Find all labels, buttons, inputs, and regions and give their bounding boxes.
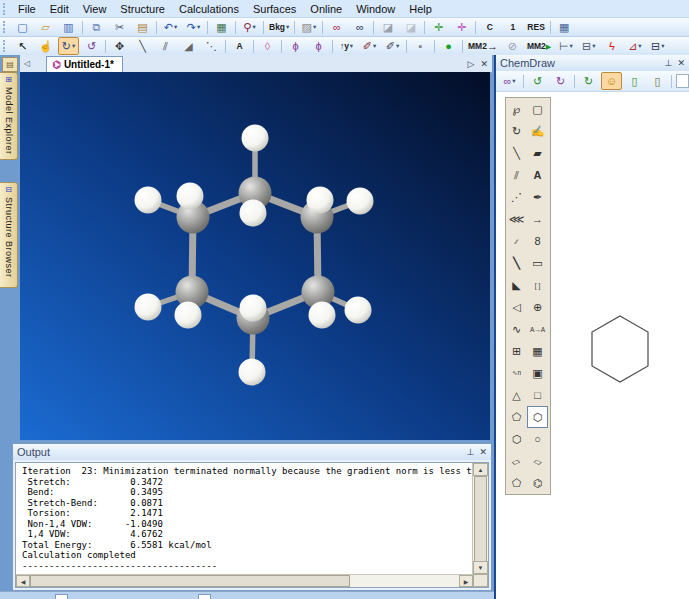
stop-square-icon[interactable]: ▪ — [410, 37, 431, 55]
chemdraw-canvas-hexagon[interactable] — [584, 310, 656, 390]
bond-dashed-tool[interactable]: ⋰ — [506, 186, 527, 208]
view-glasses-icon[interactable]: ∞▾ — [499, 72, 520, 90]
output-hscrollbar[interactable]: ◀ ▶ — [16, 574, 473, 587]
bond-hash-tool[interactable]: ∕∕ — [506, 230, 527, 252]
menu-surfaces[interactable]: Surfaces — [246, 2, 303, 16]
bond-double-tool-icon[interactable]: ⫽ — [155, 37, 176, 55]
hydrogen-atom[interactable] — [175, 302, 202, 329]
dipole-tool-icon-dropdown[interactable]: ▾ — [373, 42, 376, 50]
orbit-tool-icon[interactable]: ↻▾ — [58, 37, 79, 55]
menu-online[interactable]: Online — [303, 2, 349, 16]
sidebar-tab-structure-browser[interactable]: ⊟ Structure Browser — [0, 182, 18, 288]
eraser-tool[interactable]: ▰ — [527, 142, 548, 164]
tab-close-icon[interactable]: ✕ — [480, 59, 488, 69]
menu-file[interactable]: File — [11, 2, 43, 16]
bond-solid-tool[interactable]: ╲ — [506, 142, 527, 164]
rotate-minus-icon[interactable]: ↻ — [550, 72, 571, 90]
res-button[interactable]: RES — [525, 18, 546, 36]
bond-wavy-tool[interactable]: ∿ — [506, 318, 527, 340]
clean-structure-tool[interactable]: ✍ — [527, 120, 548, 142]
measurement-b-button-dropdown[interactable]: ▾ — [592, 42, 595, 50]
color-key-icon[interactable]: ⚲▾ — [239, 18, 260, 36]
menu-view[interactable]: View — [76, 2, 114, 16]
measurement-d-button[interactable]: ⊟▾ — [647, 37, 668, 55]
text-tool[interactable]: A — [527, 164, 548, 186]
chair-1-tool[interactable]: ◇ — [506, 450, 527, 472]
measurement-c-button-dropdown[interactable]: ▾ — [638, 42, 641, 50]
stereo-glasses-icon[interactable]: ∞ — [326, 18, 347, 36]
bond-hollow-wedge-tool[interactable]: ◁ — [506, 296, 527, 318]
output-close-icon[interactable]: ✕ — [479, 447, 487, 457]
hscroll-thumb[interactable] — [30, 575, 350, 587]
output-pin-icon[interactable]: ⊥ — [467, 447, 475, 457]
view-glasses-icon-dropdown[interactable]: ▾ — [512, 77, 515, 85]
hydrogen-atom[interactable] — [135, 294, 162, 321]
sync-rotate-icon[interactable]: ↻ — [578, 72, 599, 90]
save-icon[interactable]: ▥ — [58, 18, 79, 36]
cyclopentadiene-tool[interactable]: ⬠ — [506, 472, 527, 494]
chemdraw-formula-field[interactable] — [676, 74, 689, 88]
redo-icon[interactable]: ↷▾ — [183, 18, 204, 36]
hydrogen-atom[interactable] — [135, 187, 162, 214]
new-document-icon[interactable]: ▢ — [12, 18, 33, 36]
tab-untitled-1[interactable]: ⌬ Untitled-1* — [46, 56, 123, 72]
scroll-right-icon[interactable]: ▶ — [459, 575, 473, 587]
hydrogen-atom[interactable] — [177, 183, 204, 210]
benzene-tool[interactable]: ⌬ — [527, 472, 548, 494]
menu-edit[interactable]: Edit — [43, 2, 76, 16]
axis-tool-button[interactable]: ↑y▾ — [336, 37, 357, 55]
hydrogen-atom[interactable] — [239, 359, 266, 386]
measure-tool-icon-dropdown[interactable]: ▾ — [396, 42, 399, 50]
cyclooctane-tool[interactable]: ○ — [527, 428, 548, 450]
depth-glasses-icon[interactable]: ∞ — [349, 18, 370, 36]
hscroll-track[interactable] — [350, 575, 459, 587]
measurement-a-button[interactable]: ⊢▾ — [555, 37, 576, 55]
bottom-tab-stub-1[interactable] — [55, 594, 68, 599]
orbital-tool[interactable]: 8 — [527, 230, 548, 252]
color-key-icon-dropdown[interactable]: ▾ — [252, 23, 255, 31]
live-link-button[interactable]: ☺ — [601, 72, 622, 90]
paste-icon[interactable]: ▤ — [132, 18, 153, 36]
measurement-b-button[interactable]: ⊟▾ — [578, 37, 599, 55]
menu-structure[interactable]: Structure — [113, 2, 172, 16]
background-color-button[interactable]: Bkg▾ — [267, 18, 291, 36]
bond-single-tool-icon[interactable]: ╲ — [132, 37, 153, 55]
bond-hash-wedge-tool[interactable]: ⋘ — [506, 208, 527, 230]
run-button-icon[interactable]: ● — [438, 37, 459, 55]
charge-tool[interactable]: ⊕ — [527, 296, 548, 318]
bond-wedge-tool-icon[interactable]: ◢ — [178, 37, 199, 55]
scroll-down-icon[interactable]: ▼ — [473, 561, 488, 574]
mm2-dynamics-button[interactable]: MM2▸ — [525, 37, 553, 55]
cyclopropane-tool[interactable]: △ — [506, 384, 527, 406]
bracket-tool[interactable]: [ ] — [527, 274, 548, 296]
hydrogen-atom[interactable] — [240, 295, 267, 322]
scroll-up-icon[interactable]: ▲ — [473, 463, 488, 476]
menu-calculations[interactable]: Calculations — [172, 2, 246, 16]
bond-dashed-tool-icon[interactable]: ⋱ — [201, 37, 222, 55]
undo-icon-dropdown[interactable]: ▾ — [174, 23, 177, 31]
measurement-a-button-dropdown[interactable]: ▾ — [569, 42, 572, 50]
pen-tool[interactable]: ✒ — [527, 186, 548, 208]
cleanup-icon[interactable]: ◪ — [377, 18, 398, 36]
tab-next-icon[interactable]: ▷ — [468, 59, 475, 69]
undo-icon[interactable]: ↶▾ — [160, 18, 181, 36]
lock-page-icon[interactable]: ▯ — [647, 72, 668, 90]
copy-icon[interactable]: ⧉ — [86, 18, 107, 36]
chemdraw-close-icon[interactable]: ✕ — [677, 58, 685, 68]
hydrogen-atom[interactable] — [347, 188, 374, 215]
cut-icon[interactable]: ✂ — [109, 18, 130, 36]
charge-1-button[interactable]: 1 — [502, 18, 523, 36]
print-icon[interactable]: ▦ — [211, 18, 232, 36]
table-tool[interactable]: ⊞ — [506, 340, 527, 362]
ring-flip-b-icon[interactable]: ϕ — [308, 37, 329, 55]
rotate-tool[interactable]: ↻ — [506, 120, 527, 142]
lasso-tool[interactable]: ℘ — [506, 98, 527, 120]
fill-style-button-dropdown[interactable]: ▾ — [313, 23, 316, 31]
toolbar2-grip[interactable] — [3, 40, 8, 52]
sidebar-tab-model-explorer[interactable]: ⊞ Model Explorer — [0, 72, 18, 160]
charge-c-button[interactable]: C — [479, 18, 500, 36]
atom-map-tool[interactable]: A→A — [527, 318, 548, 340]
redo-icon-dropdown[interactable]: ▾ — [197, 23, 200, 31]
pan-tool-icon[interactable]: ☝ — [35, 37, 56, 55]
chemdraw-pin-icon[interactable]: ⊥ — [665, 58, 673, 68]
